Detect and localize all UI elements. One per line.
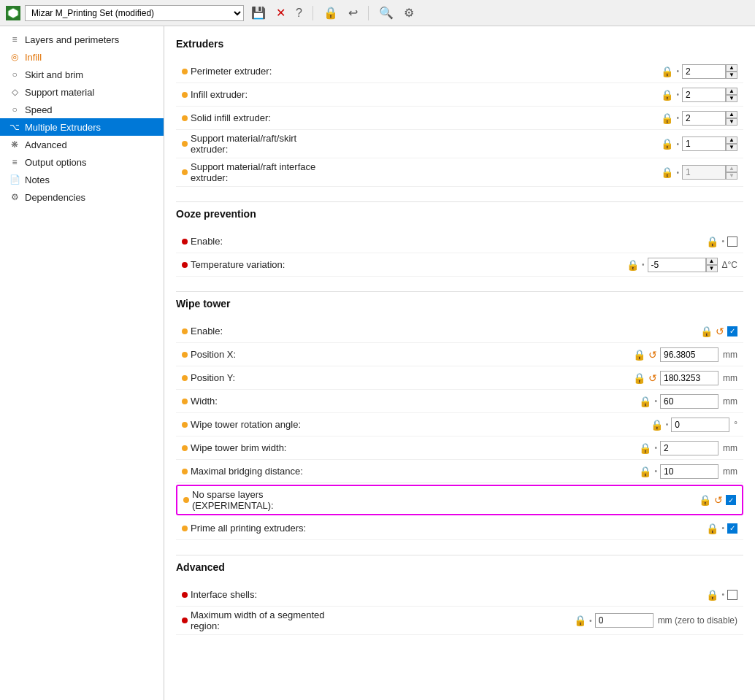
wipe-bridging-label: Maximal bridging distance: (182, 466, 372, 477)
perimeter-input[interactable] (682, 64, 726, 79)
title-bar: Mizar M_Printing Set (modified)Mizar M_P… (0, 0, 755, 26)
ooze-temp-lock[interactable]: 🔒 (626, 259, 639, 271)
wipe-prime-dot (182, 526, 188, 531)
support-icon: ◇ (9, 86, 20, 98)
sidebar-item-infill[interactable]: ◎ Infill (0, 48, 164, 66)
interface-shells-lock[interactable]: 🔒 (706, 589, 718, 601)
solid-infill-lock[interactable]: 🔒 (661, 112, 673, 124)
wipe-rotation-lock[interactable]: 🔒 (651, 419, 663, 431)
wipe-brim-lock[interactable]: 🔒 (639, 442, 651, 454)
max-width-input[interactable] (595, 613, 654, 628)
solid-infill-spin-down[interactable]: ▼ (726, 118, 737, 126)
wipe-no-sparse-dot (183, 497, 189, 503)
wipe-no-sparse-lock[interactable]: 🔒 (699, 494, 711, 506)
infill-input[interactable] (682, 88, 726, 102)
sidebar-item-dependencies[interactable]: ⚙ Dependencies (0, 188, 164, 206)
wipe-no-sparse-checkbox[interactable]: ✓ (726, 495, 736, 505)
wipe-enable-checkbox[interactable]: ✓ (727, 326, 737, 336)
support-interface-input[interactable] (682, 165, 726, 180)
sidebar-item-skirt[interactable]: ○ Skirt and brim (0, 66, 164, 83)
wipe-posx-dot (182, 352, 188, 358)
sidebar-item-support[interactable]: ◇ Support material (0, 83, 164, 101)
wipe-enable-lock[interactable]: 🔒 (700, 326, 713, 337)
sidebar-item-output[interactable]: ≡ Output options (0, 153, 164, 171)
wipe-width-controls: 🔒 • mm (639, 394, 737, 409)
wipe-brim-input[interactable] (660, 441, 718, 455)
support-lock[interactable]: 🔒 (661, 138, 673, 150)
wipe-bridging-dot (182, 469, 188, 474)
infill-lock[interactable]: 🔒 (661, 89, 673, 101)
support-dot (182, 141, 188, 147)
wipe-posy-lock[interactable]: 🔒 (633, 372, 645, 384)
support-spin-down[interactable]: ▼ (726, 144, 737, 151)
perimeter-spin-up[interactable]: ▲ (726, 64, 737, 72)
sidebar-item-layers[interactable]: ≡ Layers and perimeters (0, 31, 164, 48)
interface-shells-dot (182, 592, 188, 598)
sidebar-item-speed[interactable]: ○ Speed (0, 101, 164, 118)
ooze-enable-lock[interactable]: 🔒 (706, 236, 718, 247)
ooze-temp-input[interactable] (648, 258, 706, 272)
lock-button[interactable]: 🔒 (321, 4, 341, 21)
wipe-rotation-row: Wipe tower rotation angle: 🔒 • ° (176, 413, 743, 436)
solid-infill-input[interactable] (682, 111, 726, 126)
sidebar-item-advanced[interactable]: ❋ Advanced (0, 136, 164, 153)
support-interface-spin-down[interactable]: ▼ (726, 172, 737, 180)
cancel-button[interactable]: ✕ (273, 4, 288, 21)
sidebar-item-label: Speed (25, 104, 53, 115)
solid-infill-spin-up[interactable]: ▲ (726, 111, 737, 118)
sidebar-item-notes[interactable]: 📄 Notes (0, 171, 164, 188)
search-button[interactable]: 🔍 (376, 4, 396, 21)
support-spin-up[interactable]: ▲ (726, 136, 737, 144)
wipe-posy-dot (182, 375, 188, 381)
wipe-prime-checkbox[interactable]: ✓ (727, 523, 737, 534)
ooze-temp-spinner: ▲ ▼ (706, 258, 718, 272)
bullet: • (676, 67, 679, 75)
support-interface-label: Support material/raft interfaceextruder: (182, 161, 372, 183)
ooze-temp-spin-down[interactable]: ▼ (706, 265, 718, 272)
wipe-posy-input[interactable] (660, 371, 718, 385)
settings-button[interactable]: ⚙ (401, 4, 417, 21)
support-extruder-label: Support material/raft/skirtextruder: (182, 133, 372, 155)
wipe-posx-input[interactable] (660, 347, 718, 362)
wipe-posx-reset[interactable]: ↺ (648, 349, 657, 361)
wipe-posx-lock[interactable]: 🔒 (633, 349, 645, 361)
wipe-width-unit: mm (723, 396, 737, 407)
perimeter-lock[interactable]: 🔒 (661, 66, 673, 77)
solid-infill-controls: 🔒 • ▲ ▼ (661, 111, 737, 126)
wipe-posy-row: Position Y: 🔒 ↺ mm (176, 366, 743, 390)
wipe-rotation-input[interactable] (671, 418, 729, 432)
ooze-enable-label: Enable: (182, 236, 372, 247)
infill-spin-down[interactable]: ▼ (726, 95, 737, 102)
perimeter-spin-down[interactable]: ▼ (726, 72, 737, 79)
support-input[interactable] (682, 136, 726, 151)
max-width-lock[interactable]: 🔒 (574, 615, 586, 626)
perimeter-spinner-group: ▲ ▼ (682, 64, 737, 79)
wipe-width-lock[interactable]: 🔒 (639, 396, 651, 407)
output-icon: ≡ (9, 156, 20, 168)
max-width-dot (182, 618, 188, 623)
perimeter-extruder-label: Perimeter extruder: (182, 66, 372, 77)
wipe-enable-reset[interactable]: ↺ (716, 326, 724, 337)
notes-icon: 📄 (9, 174, 20, 185)
infill-spin-up[interactable]: ▲ (726, 88, 737, 95)
support-interface-spin-up[interactable]: ▲ (726, 165, 737, 172)
ooze-enable-checkbox[interactable] (727, 236, 737, 247)
extruder-icon: ⌥ (9, 121, 20, 133)
save-button[interactable]: 💾 (248, 4, 269, 21)
help-button[interactable]: ? (293, 5, 305, 21)
interface-shells-checkbox[interactable] (727, 590, 737, 600)
wipe-no-sparse-reset[interactable]: ↺ (714, 494, 723, 506)
wipe-prime-lock[interactable]: 🔒 (706, 523, 718, 534)
wipe-width-input[interactable] (660, 394, 718, 409)
wipe-posy-reset[interactable]: ↺ (648, 372, 657, 384)
sidebar-item-label: Dependencies (25, 192, 85, 203)
undo-button[interactable]: ↩ (345, 4, 361, 21)
support-interface-lock[interactable]: 🔒 (661, 166, 673, 178)
wipe-bridging-lock[interactable]: 🔒 (639, 466, 651, 477)
ooze-temp-spin-up[interactable]: ▲ (706, 258, 718, 265)
wipe-bridging-input[interactable] (660, 464, 718, 479)
profile-select[interactable]: Mizar M_Printing Set (modified)Mizar M_P… (25, 5, 244, 21)
max-width-row: Maximum width of a segmentedregion: 🔒 • … (176, 607, 743, 635)
sidebar-item-multiple-extruders[interactable]: ⌥ Multiple Extruders (0, 118, 164, 136)
infill-extruder-label: Infill extruder: (182, 89, 372, 100)
